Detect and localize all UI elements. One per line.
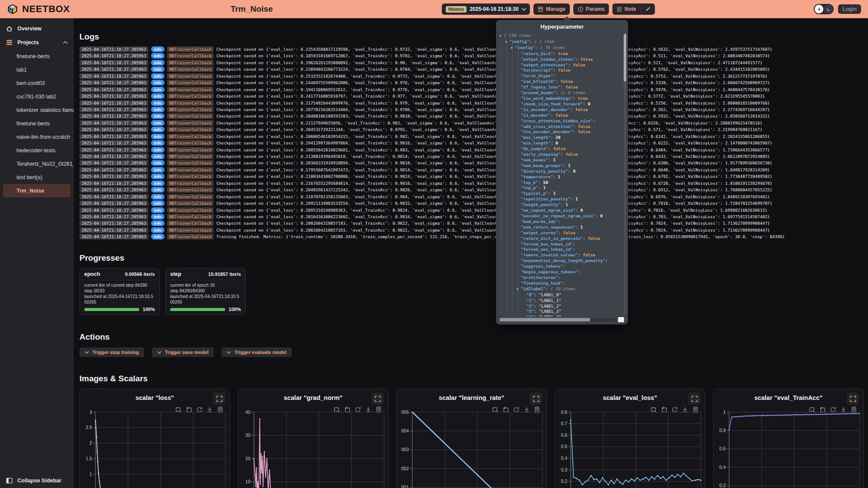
scrollbar-corner[interactable]: [618, 317, 624, 322]
theme-toggle[interactable]: [814, 4, 834, 14]
sidebar-item-projects[interactable]: Projects: [0, 38, 74, 47]
collapse-caret-icon[interactable]: ▾: [511, 46, 515, 51]
horizontal-scrollbar-thumb[interactable]: [500, 318, 590, 321]
scalar-plot[interactable]: 0.80.70.60.50.40.30.2: [555, 409, 706, 488]
log-timestamp: 2025-04-16T21:18:27.205963: [79, 120, 148, 126]
json-value: 20: [556, 135, 560, 140]
sidebar-project-item[interactable]: finetune-berts: [0, 49, 74, 63]
log-level-badge: info: [151, 234, 164, 239]
pencil-icon[interactable]: [645, 7, 651, 12]
page-title: Trm_Noise: [204, 4, 299, 14]
collapse-caret-icon[interactable]: ▾: [516, 287, 521, 292]
log-source-badge: NBTrainerCallback: [167, 127, 214, 132]
sidebar-project-item[interactable]: csc791-030 lab2: [0, 90, 74, 103]
log-source-badge: NBTrainerCallback: [167, 134, 214, 139]
note-button-group[interactable]: Note: [612, 3, 655, 15]
log-level-badge: info: [151, 60, 164, 66]
json-tree-line: "tf_legacy_loss": false: [500, 85, 621, 90]
action-button-trigger-evaluate-model[interactable]: Trigger evaluate model: [221, 347, 292, 357]
fullscreen-button[interactable]: [372, 393, 384, 405]
hyperparameter-title: Hyperparameter: [496, 20, 628, 30]
json-value: false: [578, 129, 591, 134]
log-timestamp: 2025-04-16T21:18:27.205963: [79, 220, 148, 226]
json-value: 1: [553, 157, 556, 162]
json-value: false: [563, 230, 575, 235]
log-timestamp: 2025-04-16T21:18:27.205963: [79, 100, 148, 106]
json-meta: { 74 items: [540, 45, 565, 50]
brand[interactable]: NEETBOX: [0, 3, 70, 15]
params-button[interactable]: Params: [573, 3, 609, 15]
sidebar-project-item[interactable]: naive-llm-from-scratch: [0, 130, 74, 144]
json-value: 0: [573, 169, 575, 174]
archive-icon: [538, 7, 543, 12]
json-key: "tie_encoder_decoder": [521, 129, 573, 134]
json-tree-line: "add_cross_attention": false: [500, 124, 621, 130]
chart-title: scalar "learning_rate": [397, 394, 546, 401]
sidebar-project-item[interactable]: Terahertz_No22_Gl261_gl...: [0, 157, 74, 170]
json-value: 1: [580, 225, 583, 229]
history-dropdown[interactable]: History 2025-04-16 21:18:30: [442, 3, 530, 15]
hyperparameter-json-tree: ▾{ 130 items▾"config": { 1 item▾"config"…: [500, 33, 621, 317]
svg-text:3: 3: [89, 409, 92, 415]
log-level-badge: info: [151, 147, 164, 153]
collapse-caret-icon[interactable]: ▾: [505, 39, 510, 45]
scalar-plot[interactable]: 005004003002001: [397, 409, 547, 488]
sidebar-project-item[interactable]: finetune-berts: [0, 117, 74, 130]
note-label: Note: [625, 6, 636, 12]
login-button[interactable]: Login: [838, 4, 861, 14]
fullscreen-button[interactable]: [213, 393, 225, 405]
json-key: "0": [526, 292, 534, 297]
json-tree-line: "top_p": 1: [500, 185, 621, 191]
log-level-badge: info: [151, 73, 164, 79]
neetbox-logo-icon: [7, 3, 18, 15]
log-timestamp: 2025-04-16T21:18:27.205963: [79, 174, 148, 179]
fullscreen-button[interactable]: [688, 393, 700, 405]
json-tree-line: "tie_word_embeddings": true: [500, 96, 621, 102]
svg-text:10: 10: [245, 479, 250, 484]
fullscreen-button[interactable]: [530, 393, 542, 405]
json-tree-line: "num_beams": 1: [500, 157, 621, 163]
log-row: 2025-04-16T21:18:27.205963infoNBTrainerC…: [79, 66, 863, 72]
sidebar-project-item[interactable]: hedecoder-tests: [0, 144, 74, 157]
action-button-trigger-stop-training[interactable]: Trigger stop training: [79, 347, 144, 357]
collapse-sidebar-button[interactable]: Collapse Sidebar: [6, 478, 61, 484]
log-row: 2025-04-16T21:18:27.205963infoNBTrainerC…: [79, 140, 863, 146]
scalar-plot[interactable]: 10.80.60.40.2: [713, 409, 864, 488]
sidebar-project-item[interactable]: Trm_Noise: [3, 184, 71, 197]
log-source-badge: NBTrainerCallback: [167, 53, 214, 59]
log-timestamp: 2025-04-16T21:18:27.205963: [79, 107, 148, 112]
manage-button[interactable]: Manage: [533, 3, 570, 15]
json-meta: { 130 items: [504, 33, 531, 38]
scalar-plot[interactable]: 40302010: [238, 409, 389, 488]
svg-text:0.4: 0.4: [719, 465, 726, 470]
progress-detail: current iter of epoch 30: [170, 282, 241, 288]
scalar-plot[interactable]: 32.521.51: [80, 409, 230, 488]
scalar-chart-card: scalar "loss"32.521.51: [79, 389, 230, 488]
log-row: 2025-04-16T21:18:27.205963infoNBTrainerC…: [79, 234, 863, 239]
progress-detail: launched at 2025-04-16T21:18:33.500265: [170, 294, 241, 305]
log-timestamp: 2025-04-16T21:18:27.205963: [79, 140, 148, 146]
log-level-badge: info: [151, 127, 164, 132]
fullscreen-button[interactable]: [847, 393, 859, 405]
sidebar-project-item[interactable]: test bert(s): [0, 170, 74, 184]
log-source-badge: NBTrainerCallback: [167, 220, 214, 226]
collapse-caret-icon[interactable]: ▾: [500, 33, 504, 39]
log-level-badge: info: [151, 53, 164, 59]
project-list: finetune-bertslab1bert-conll03csc791-030…: [0, 49, 74, 197]
action-button-trigger-save-model[interactable]: Trigger save model: [152, 347, 214, 357]
json-tree-line: "length_penalty": 1: [500, 202, 621, 208]
log-level-badge: info: [151, 220, 164, 226]
vertical-scrollbar-thumb[interactable]: [624, 34, 626, 82]
log-source-badge: NBTrainerCallback: [167, 107, 214, 112]
json-value: 0: [580, 208, 583, 213]
sidebar-project-item[interactable]: tokenizer statistics llama...: [0, 103, 74, 117]
log-timestamp: 2025-04-16T21:18:27.205963: [79, 147, 148, 153]
progress-name: step: [170, 271, 181, 277]
log-timestamp: 2025-04-16T21:18:27.205963: [79, 200, 148, 206]
sidebar-project-item[interactable]: bert-conll03: [0, 76, 74, 90]
log-timestamp: 2025-04-16T21:18:27.205963: [79, 93, 148, 99]
sidebar-project-item[interactable]: lab1: [0, 63, 74, 76]
svg-text:0.5: 0.5: [561, 444, 567, 449]
sidebar-item-overview[interactable]: Overview: [0, 24, 74, 33]
scalar-chart-row: scalar "loss"32.521.51scalar "grad_norm"…: [79, 389, 864, 488]
